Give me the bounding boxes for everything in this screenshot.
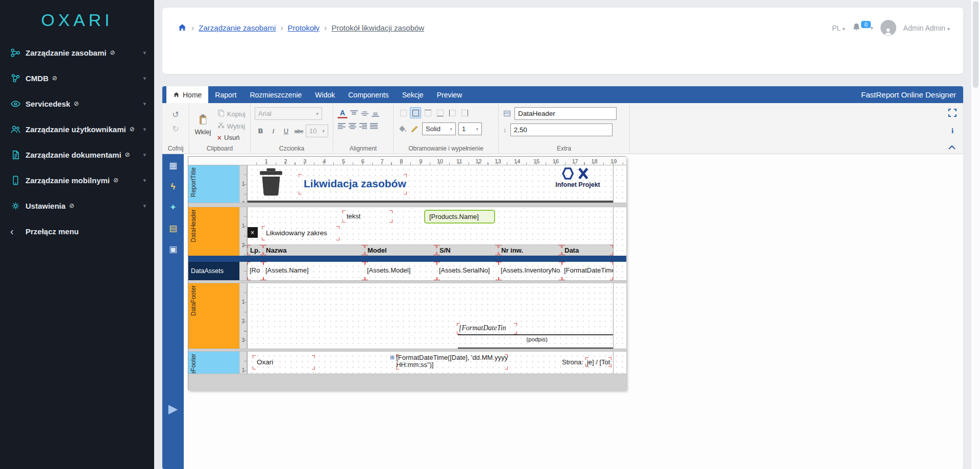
tab-sekcje[interactable]: Sekcje <box>396 86 430 103</box>
signature-caption[interactable]: (podpis) <box>496 336 578 344</box>
wand-icon[interactable]: ϟ <box>171 182 176 191</box>
table-header-cell[interactable]: Model <box>365 245 437 255</box>
align-left-icon[interactable] <box>337 122 346 130</box>
grid-icon[interactable]: ▦ <box>169 161 177 170</box>
tab-widok[interactable]: Widok <box>308 86 341 103</box>
subtitle-object[interactable]: Likwidowany zakres <box>262 226 339 240</box>
band-pagefooter[interactable]: Oxari ⊞ [FormatDateTime([Date], 'dd.MM.y… <box>247 352 626 374</box>
footer-datetime-object[interactable]: ⊞ [FormatDateTime([Date], 'dd.MM.yyyy HH… <box>390 354 512 369</box>
fullscreen-icon[interactable] <box>948 108 957 119</box>
paste-button[interactable]: Wklej <box>193 107 212 142</box>
copy-page-icon[interactable]: ▣ <box>169 245 177 254</box>
trash-image[interactable] <box>259 168 283 199</box>
cut-button[interactable]: Wytnij <box>217 121 246 131</box>
border-none-button[interactable] <box>398 107 409 118</box>
fill-color-icon[interactable] <box>398 124 407 134</box>
notes-icon[interactable]: ▤ <box>169 224 177 233</box>
align-justify-icon[interactable] <box>370 122 378 130</box>
table-header-cell[interactable]: S/N <box>437 245 499 255</box>
sidebar-item-users[interactable]: Zarządzanie użytkownikami ⊘ ▾ <box>0 116 154 142</box>
valign-top-icon[interactable] <box>350 108 358 118</box>
breadcrumb-link-assets[interactable]: Zarządzanie zasobami <box>199 23 276 32</box>
band-label-pagefooter[interactable]: PageFooter <box>188 352 239 374</box>
tab-rozmieszczenie[interactable]: Rozmieszczenie <box>243 86 308 103</box>
align-right-icon[interactable] <box>359 122 368 130</box>
delete-button[interactable]: × Usuń <box>217 133 246 142</box>
border-top-button[interactable] <box>422 107 433 118</box>
scrollbar-thumb[interactable] <box>973 1 978 88</box>
selected-band-bar[interactable] <box>188 256 626 262</box>
band-dataassets[interactable]: [Ro [Assets.Name] [Assets.Model] [Assets… <box>247 262 626 280</box>
collapse-ribbon-icon[interactable] <box>948 143 956 152</box>
band-name-input[interactable] <box>514 107 617 120</box>
table-header-cell[interactable]: Nazwa <box>263 245 365 255</box>
table-header-cell[interactable]: Lp. <box>248 245 263 255</box>
home-icon[interactable] <box>178 23 187 33</box>
font-size-select[interactable]: 10▾ <box>306 125 328 137</box>
user-menu[interactable]: Admin Admin ▾ <box>903 24 950 32</box>
border-right-button[interactable] <box>459 107 470 118</box>
run-icon[interactable]: ▶ <box>162 402 184 416</box>
table-header-cell[interactable]: Nr inw. <box>499 245 562 255</box>
undo-icon[interactable]: ↺ <box>172 109 179 120</box>
sidebar-item-cmdb[interactable]: CMDB ⊘ ▾ <box>0 65 154 91</box>
font-family-select[interactable]: Arial▾ <box>255 107 322 120</box>
line-color-icon[interactable] <box>410 124 420 134</box>
avatar[interactable] <box>880 20 896 36</box>
band-label-datafooter[interactable]: DataFooter <box>188 283 239 349</box>
border-width-select[interactable]: 1▾ <box>458 122 482 135</box>
tab-raport[interactable]: Raport <box>208 86 243 103</box>
signature-expression[interactable]: [FormatDateTin <box>457 323 517 334</box>
valign-bottom-icon[interactable] <box>371 108 380 118</box>
products-name-field[interactable]: [Products.Name] <box>424 210 495 224</box>
tab-preview[interactable]: Preview <box>430 86 469 103</box>
table-data-cell[interactable]: [Assets.SerialNo] <box>437 262 499 280</box>
footer-company-text[interactable]: Oxari <box>253 355 315 369</box>
band-reporttitle[interactable]: Likwidacja zasobów Infonet Projekt <box>247 165 626 203</box>
table-data-cell[interactable]: [Assets.Name] <box>263 262 365 280</box>
table-data-cell[interactable]: [Assets.Model] <box>365 262 437 280</box>
table-data-cell[interactable]: [Assets.InventoryNo <box>499 262 562 280</box>
image-placeholder[interactable]: × <box>247 227 258 238</box>
breadcrumb-link-protocols[interactable]: Protokoły <box>288 23 320 32</box>
signature-line[interactable] <box>458 334 613 335</box>
components-icon[interactable]: ✦ <box>169 203 177 212</box>
border-left-button[interactable] <box>447 107 458 118</box>
sidebar-toggle[interactable]: ‹ Przełącz menu <box>0 218 154 244</box>
band-label-reporttitle[interactable]: ReportTitle <box>188 165 239 203</box>
tab-components[interactable]: Components <box>341 86 395 103</box>
sidebar-item-settings[interactable]: Ustawienia ⊘ ▾ <box>0 193 154 218</box>
sidebar-item-mobile[interactable]: Zarządzanie mobilnymi ⊘ ▾ <box>0 167 154 193</box>
window-scrollbar[interactable] <box>971 0 980 469</box>
align-center-icon[interactable] <box>348 122 357 130</box>
text-object[interactable]: tekst <box>342 210 393 223</box>
table-data-cell[interactable]: [Ro <box>248 262 263 280</box>
border-bottom-button[interactable] <box>434 107 446 118</box>
sidebar-item-assets[interactable]: Zarządzanie zasobami ⊘ ▾ <box>0 40 154 65</box>
table-data-cell[interactable]: [FormatDateTime <box>562 262 613 280</box>
border-all-button[interactable] <box>410 107 421 118</box>
band-datafooter[interactable]: [FormatDateTin (podpis) <box>247 283 626 349</box>
band-dataheader[interactable]: tekst [Products.Name] × Likwidowany zakr… <box>247 207 626 256</box>
company-logo[interactable]: Infonet Projekt <box>551 167 604 200</box>
redo-icon[interactable]: ↻ <box>172 124 179 134</box>
border-style-select[interactable]: Solid▾ <box>422 122 456 135</box>
footer-page-object[interactable]: Strona: je] / [Tot <box>562 355 616 369</box>
info-icon[interactable]: i <box>951 127 953 135</box>
font-color-button[interactable]: A <box>337 108 348 118</box>
language-selector[interactable]: PL ▾ <box>832 24 845 32</box>
table-header-cell[interactable]: Data <box>562 245 613 255</box>
sidebar-item-servicedesk[interactable]: Servicedesk ⊘ ▾ <box>0 91 154 116</box>
tab-home[interactable]: Home <box>166 86 208 103</box>
band-label-dataheader[interactable]: DataHeader <box>188 207 239 256</box>
report-title-text[interactable]: Likwidacja zasobów <box>299 174 407 194</box>
band-label-dataassets[interactable]: DataAssets <box>188 262 239 280</box>
notifications-button[interactable]: 0 ▾ <box>852 22 873 33</box>
copy-button[interactable]: Kopiuj <box>217 109 246 119</box>
strikethrough-button[interactable]: abc <box>293 125 305 137</box>
band-height-input[interactable] <box>510 124 612 136</box>
valign-middle-icon[interactable] <box>360 108 369 118</box>
underline-button[interactable]: U <box>280 125 292 137</box>
italic-button[interactable]: I <box>267 125 279 137</box>
sidebar-item-documents[interactable]: Zarządzanie dokumentami ⊘ ▾ <box>0 142 154 167</box>
